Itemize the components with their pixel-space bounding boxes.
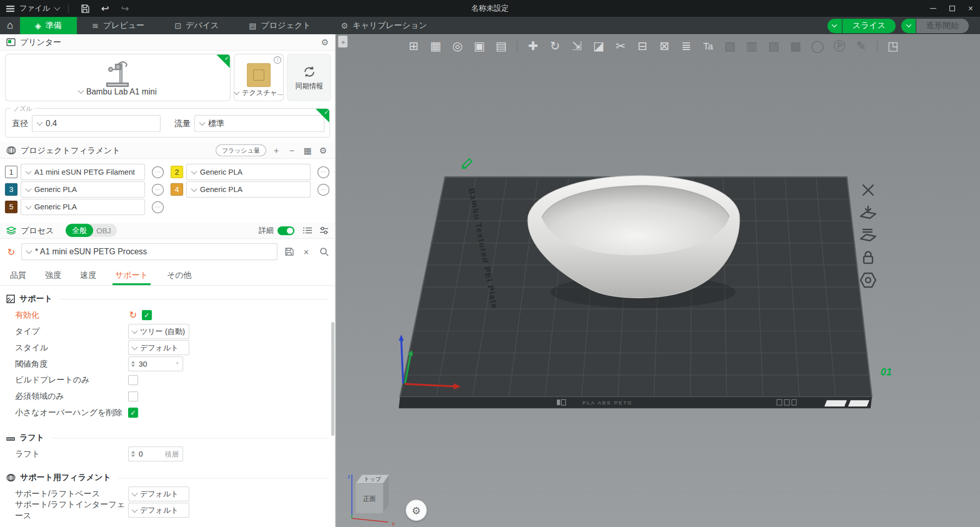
nozzle-diameter-select[interactable]: 0.4 <box>32 115 160 132</box>
auto-orient-icon[interactable]: ◎ <box>450 38 465 55</box>
save-preset-icon[interactable] <box>282 246 295 258</box>
slice-button[interactable]: スライス <box>842 18 895 33</box>
tab-quality[interactable]: 品質 <box>9 267 28 285</box>
ams-icon[interactable]: ▦ <box>302 146 313 156</box>
lock-plate-button[interactable] <box>857 248 879 268</box>
tab-device[interactable]: ⊡ デバイス <box>159 17 234 34</box>
edit-plate-button[interactable] <box>857 203 879 223</box>
scope-global[interactable]: 全般 <box>66 224 93 237</box>
split-to-parts-icon[interactable]: ⊠ <box>657 38 672 55</box>
tab-others[interactable]: その他 <box>165 267 192 285</box>
move-icon[interactable]: ✚ <box>526 38 541 55</box>
save-button[interactable] <box>78 2 92 14</box>
split-layout-icon[interactable]: ▤ <box>494 38 508 55</box>
spinner-arrows-icon[interactable] <box>131 451 135 457</box>
plate-type-card[interactable]: i テクスチャ... <box>233 54 284 101</box>
scale-icon[interactable]: ⇲ <box>570 38 584 55</box>
maximize-button[interactable] <box>943 0 962 17</box>
filament-menu-icon[interactable]: ··· <box>152 201 164 213</box>
navigation-cube[interactable]: トップ 正面 z x <box>347 470 400 527</box>
tab-calibration[interactable]: ⚙ キャリブレーション <box>326 17 442 34</box>
flow-select[interactable]: 標準 <box>194 115 325 132</box>
list-view-icon[interactable] <box>303 226 313 234</box>
sf-interface-select[interactable]: デフォルト <box>128 502 189 517</box>
add-model-icon[interactable]: ⊞ <box>406 38 421 55</box>
plate-edit-pencil-icon[interactable] <box>462 159 472 168</box>
add-filament-icon[interactable]: ＋ <box>271 145 282 156</box>
variable-layer-height-icon[interactable]: ≣ <box>679 38 694 55</box>
undo-button[interactable]: ↩ <box>97 2 112 14</box>
enable-support-checkbox[interactable]: ✓ <box>142 310 152 320</box>
filament-color-badge[interactable]: 2 <box>170 165 183 178</box>
filament-color-badge[interactable]: 1 <box>5 165 17 178</box>
add-plate-icon[interactable]: ▦ <box>428 38 443 55</box>
raft-layers-input[interactable]: 0 積層 <box>128 446 183 461</box>
filament-color-badge[interactable]: 5 <box>5 201 17 213</box>
lay-on-face-icon[interactable]: ◪ <box>591 38 606 55</box>
tab-prepare[interactable]: ◈ 準備 <box>20 17 77 34</box>
tab-preview[interactable]: ≋ プレビュー <box>77 17 160 34</box>
sidebar-collapse-handle[interactable]: ‹› <box>338 36 347 47</box>
advanced-toggle[interactable] <box>278 226 295 235</box>
slice-dropdown-button[interactable] <box>827 18 842 33</box>
sf-base-select[interactable]: デフォルト <box>128 487 189 501</box>
tab-strength[interactable]: 強度 <box>44 267 63 285</box>
filament-menu-icon[interactable]: ··· <box>152 183 164 195</box>
remove-overhangs-checkbox[interactable]: ✓ <box>128 408 138 418</box>
text-tool-icon[interactable]: Ta <box>701 38 716 55</box>
file-menu[interactable]: ファイル <box>19 3 50 14</box>
reset-enable-icon[interactable]: ↻ <box>128 309 138 321</box>
remove-filament-icon[interactable]: − <box>286 146 298 156</box>
plate-info-icon[interactable]: i <box>274 56 282 64</box>
reset-preset-icon[interactable]: ↻ <box>6 246 16 257</box>
nav-cube-front-label[interactable]: 正面 <box>363 495 375 502</box>
plate-type-label[interactable]: テクスチャ... <box>242 88 283 98</box>
file-menu-chevron-icon[interactable] <box>54 5 60 11</box>
sidebar-scrollbar-thumb[interactable] <box>331 322 334 436</box>
filament-select[interactable]: Generic PLA <box>20 181 145 198</box>
cut-icon[interactable]: ✂ <box>613 38 628 55</box>
spinner-arrows-icon[interactable] <box>131 361 135 367</box>
nav-cube-top-label[interactable]: トップ <box>364 476 382 482</box>
printer-settings-gear-icon[interactable]: ⚙ <box>321 37 329 47</box>
menu-icon[interactable] <box>6 5 14 11</box>
plate-settings-button[interactable] <box>857 225 879 245</box>
printer-card[interactable]: Bambu Lab A1 mini ✓ <box>5 54 231 101</box>
delete-all-button[interactable] <box>857 180 879 200</box>
threshold-angle-input[interactable]: 30 ° <box>128 356 183 371</box>
assembly-view-icon[interactable]: ◳ <box>886 38 900 55</box>
tab-support[interactable]: サポート <box>114 267 150 285</box>
filament-select[interactable]: Generic PLA <box>186 181 311 198</box>
redo-button[interactable]: ↪ <box>117 2 132 14</box>
close-button[interactable]: × <box>961 0 980 17</box>
split-to-objects-icon[interactable]: ⊟ <box>635 38 650 55</box>
tune-icon[interactable] <box>320 226 329 234</box>
filament-settings-gear-icon[interactable]: ⚙ <box>317 146 329 156</box>
process-scope-toggle[interactable]: 全般 OBJ <box>66 224 117 237</box>
view-settings-button[interactable]: ⚙ <box>406 499 427 521</box>
rotate-icon[interactable]: ↻ <box>548 38 562 55</box>
sync-info-button[interactable]: 同期情報 <box>287 54 331 101</box>
process-preset-select[interactable]: * A1 mini eSUN PETG Process <box>21 243 278 260</box>
filament-menu-icon[interactable]: ··· <box>152 166 164 178</box>
minimize-button[interactable] <box>924 0 943 17</box>
search-preset-icon[interactable] <box>317 246 330 258</box>
flush-volume-button[interactable]: フラッシュ量 <box>215 145 266 156</box>
filament-select[interactable]: Generic PLA <box>20 199 145 215</box>
viewport-3d[interactable]: PLA ABS PETG Bambu Textured PEI Plate 01 <box>336 34 980 527</box>
support-style-select[interactable]: デフォルト <box>128 340 189 355</box>
plate-number[interactable]: 01 <box>880 366 892 377</box>
filament-select[interactable]: A1 mini eSUN PETG Filament <box>20 164 145 180</box>
tab-speed[interactable]: 速度 <box>79 267 97 285</box>
filament-color-badge[interactable]: 3 <box>5 183 17 196</box>
buildplate-only-checkbox[interactable] <box>128 375 138 386</box>
scope-object[interactable]: OBJ <box>93 225 117 236</box>
plate-select-chevron-icon[interactable] <box>234 89 240 95</box>
filament-menu-icon[interactable]: ··· <box>317 166 329 178</box>
scene-canvas[interactable]: PLA ABS PETG Bambu Textured PEI Plate 01 <box>336 34 980 527</box>
tab-project[interactable]: ▤ プロジェクト <box>234 17 326 34</box>
home-button[interactable]: ⌂ <box>0 17 20 34</box>
filament-color-badge[interactable]: 4 <box>170 183 183 196</box>
plate-visibility-button[interactable] <box>857 270 879 290</box>
support-type-select[interactable]: ツリー (自動) <box>128 324 189 339</box>
